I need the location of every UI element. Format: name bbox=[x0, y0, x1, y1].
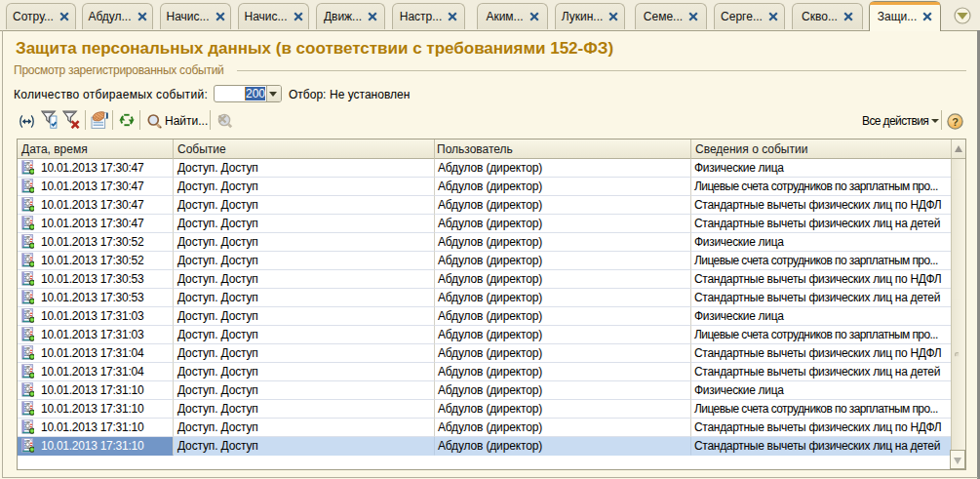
svg-text:?: ? bbox=[952, 116, 959, 128]
